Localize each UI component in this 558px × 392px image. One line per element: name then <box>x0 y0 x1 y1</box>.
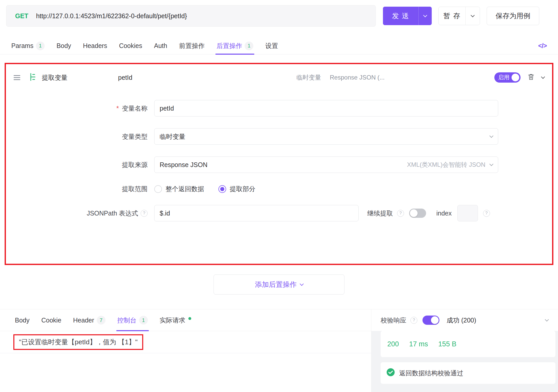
request-bar: GET http://127.0.0.1:4523/m1/622362-0-de… <box>6 5 552 27</box>
post-actions-count-badge: 1 <box>245 42 253 50</box>
tab-settings[interactable]: 设置 <box>265 37 278 54</box>
var-type-label: 变量类型 <box>14 132 154 141</box>
scope-row: 提取范围 整个返回数据 提取部分 <box>6 185 552 193</box>
card-title: 提取变量 <box>42 73 68 82</box>
scope-radio-part-label[interactable]: 提取部分 <box>230 185 255 193</box>
var-name-row: *变量名称 <box>6 100 552 116</box>
required-mark: * <box>116 105 119 112</box>
send-button[interactable]: 发 送 <box>383 7 418 25</box>
card-summary-source: Response JSON (... <box>330 74 384 81</box>
tab-auth[interactable]: Auth <box>154 37 167 54</box>
response-right-pane: 校验响应 ? 成功 (200) 200 17 ms 155 B 返回数据结构校验… <box>371 309 558 392</box>
source-row: 提取来源 Response JSON XML(类XML)会智能转 JSON <box>6 156 552 173</box>
scope-label: 提取范围 <box>14 185 154 193</box>
tab-post-actions[interactable]: 后置操作 1 <box>216 37 253 54</box>
validate-response-toggle[interactable] <box>422 316 439 325</box>
scope-radio-full-label[interactable]: 整个返回数据 <box>166 185 204 193</box>
delete-icon[interactable] <box>527 73 535 82</box>
help-icon[interactable]: ? <box>483 210 490 217</box>
scope-radio-full[interactable] <box>154 185 162 193</box>
toggle-knob <box>512 74 519 81</box>
tab-params[interactable]: Params 1 <box>11 37 45 54</box>
stash-button-group: 暂 存 <box>438 7 480 25</box>
extract-card-form: *变量名称 变量类型 临时变量 提取来源 Response JSON X <box>6 91 552 221</box>
code-view-icon[interactable]: </> <box>538 42 547 50</box>
chevron-down-icon <box>423 13 427 17</box>
card-variable-name: petId <box>118 74 132 81</box>
card-summary-type: 临时变量 <box>296 73 321 82</box>
status-code: 200 <box>387 340 399 348</box>
source-select[interactable]: Response JSON XML(类XML)会智能转 JSON <box>154 156 498 173</box>
api-client-page: GET http://127.0.0.1:4523/m1/622362-0-de… <box>0 0 558 392</box>
enable-toggle[interactable]: 启用 <box>494 72 521 83</box>
tab-actual-request[interactable]: 实际请求 <box>160 309 191 331</box>
drag-handle-icon[interactable] <box>14 75 20 80</box>
source-hint: XML(类XML)会智能转 JSON <box>407 161 485 169</box>
var-type-row: 变量类型 临时变量 <box>6 128 552 145</box>
tab-response-body[interactable]: Body <box>15 309 30 331</box>
tab-body[interactable]: Body <box>56 37 71 54</box>
response-left-pane: Body Cookie Header 7 控制台 1 实际请求 "已设置临时变量… <box>0 309 371 392</box>
validation-header: 校验响应 ? 成功 (200) <box>371 309 558 331</box>
params-count-badge: 1 <box>36 42 45 50</box>
response-tabs: Body Cookie Header 7 控制台 1 实际请求 <box>0 309 371 331</box>
method-select[interactable]: GET <box>15 12 28 20</box>
console-line-annotation: "已设置临时变量【petId】，值为 【1】" <box>13 334 143 350</box>
response-status-text: 成功 (200) <box>447 316 476 325</box>
check-circle-icon <box>386 368 395 378</box>
tab-pre-actions[interactable]: 前置操作 <box>179 37 205 54</box>
toggle-knob <box>410 209 418 217</box>
schema-validation-card: 返回数据结构校验通过 <box>381 362 555 384</box>
request-actions: 发 送 暂 存 保存为用例 <box>383 7 539 25</box>
collapse-chevron-icon[interactable] <box>541 75 545 79</box>
jsonpath-label: JSONPath 表达式 <box>87 209 138 218</box>
var-name-input[interactable] <box>154 100 498 116</box>
url-field[interactable]: GET http://127.0.0.1:4523/m1/622362-0-de… <box>6 5 376 27</box>
header-count-badge: 7 <box>97 316 105 325</box>
validation-body: 200 17 ms 155 B 返回数据结构校验通过 <box>371 331 558 392</box>
continue-extract-label: 继续提取 <box>367 209 393 218</box>
source-label: 提取来源 <box>14 161 154 169</box>
var-type-select[interactable]: 临时变量 <box>154 128 498 145</box>
tab-cookies[interactable]: Cookies <box>119 37 142 54</box>
extract-card-header[interactable]: 提取变量 petId 临时变量 Response JSON (... 启用 <box>6 64 552 91</box>
chevron-down-icon <box>300 282 304 286</box>
help-icon[interactable]: ? <box>410 317 417 324</box>
jsonpath-input[interactable] <box>154 205 359 221</box>
help-icon[interactable]: ? <box>141 210 148 217</box>
tab-headers[interactable]: Headers <box>83 37 107 54</box>
index-label: index <box>436 210 452 217</box>
collapse-chevron-icon[interactable] <box>545 317 549 321</box>
tab-response-cookie[interactable]: Cookie <box>41 309 61 331</box>
chevron-down-icon <box>489 134 494 138</box>
response-stats-card: 200 17 ms 155 B <box>381 331 555 357</box>
console-count-badge: 1 <box>139 316 148 325</box>
save-as-case-button[interactable]: 保存为用例 <box>487 7 539 25</box>
send-dropdown-button[interactable] <box>418 7 432 25</box>
scope-radio-part[interactable] <box>218 185 226 193</box>
extract-variable-icon <box>28 72 38 83</box>
response-time: 17 ms <box>409 340 428 348</box>
tab-console[interactable]: 控制台 1 <box>117 309 148 331</box>
response-size: 155 B <box>438 340 457 348</box>
notification-dot <box>188 317 191 320</box>
toggle-knob <box>431 316 439 324</box>
help-icon[interactable]: ? <box>397 210 404 217</box>
var-name-label: 变量名称 <box>122 104 148 113</box>
url-text[interactable]: http://127.0.0.1:4523/m1/622362-0-defaul… <box>36 12 187 20</box>
request-tabs: Params 1 Body Headers Cookies Auth 前置操作 … <box>0 37 558 54</box>
tab-response-header[interactable]: Header 7 <box>73 309 105 331</box>
chevron-down-icon <box>489 162 494 166</box>
index-input[interactable] <box>457 205 478 221</box>
console-output: "已设置临时变量【petId】，值为 【1】" <box>0 331 371 353</box>
send-button-group: 发 送 <box>383 7 432 25</box>
stash-dropdown-button[interactable] <box>465 7 480 25</box>
stash-button[interactable]: 暂 存 <box>439 7 465 25</box>
validate-response-label: 校验响应 <box>381 316 406 325</box>
chevron-down-icon <box>471 13 475 17</box>
jsonpath-row: JSONPath 表达式 ? 继续提取 ? index ? <box>6 205 552 221</box>
console-line: "已设置临时变量【petId】，值为 【1】" <box>19 338 138 346</box>
add-post-action-button[interactable]: 添加后置操作 <box>214 275 344 295</box>
schema-validation-text: 返回数据结构校验通过 <box>399 369 463 377</box>
continue-extract-toggle[interactable] <box>409 209 426 218</box>
